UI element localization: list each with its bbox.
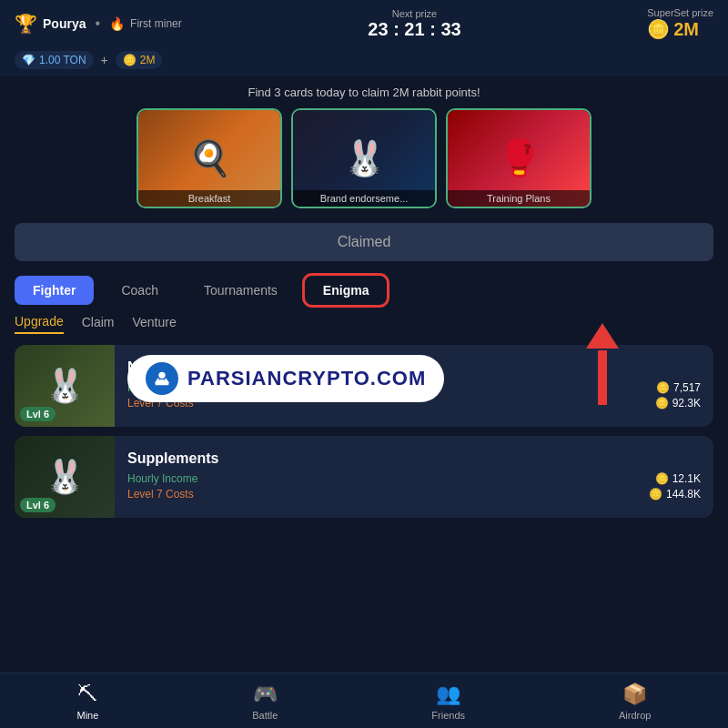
fire-icon: 🔥 xyxy=(109,16,125,31)
ton-badge: 💎 1.00 TON xyxy=(15,51,94,69)
nutrition-level-badge: Lvl 6 xyxy=(20,407,56,421)
daily-cards-row: 🍳 Breakfast 🐰 Brand endorseme... 🥊 Train… xyxy=(0,105,728,217)
nutrition-cost-value: 🪙 92.3K xyxy=(655,397,701,410)
arrow-indicator xyxy=(586,323,619,405)
nav-friends[interactable]: 👥 Friends xyxy=(431,682,465,721)
nav-battle[interactable]: 🎮 Battle xyxy=(252,682,278,721)
next-prize-label: Next prize xyxy=(368,8,460,19)
arrow-shaft xyxy=(598,350,607,405)
nutrition-hourly-value: 🪙 7,517 xyxy=(656,381,701,394)
first-miner-label: First miner xyxy=(130,17,182,30)
nav-mine-label: Mine xyxy=(76,710,98,721)
supplements-hourly-label: Hourly Income xyxy=(127,472,197,485)
friends-icon: 👥 xyxy=(436,682,460,706)
claimed-button[interactable]: Claimed xyxy=(15,223,713,261)
coin-icon: 🪙 xyxy=(647,18,670,40)
supplements-title: Supplements xyxy=(127,450,701,467)
card-training[interactable]: 🥊 Training Plans xyxy=(446,108,592,208)
tab-enigma[interactable]: Enigma xyxy=(305,276,388,305)
list-item[interactable]: 🐰 Lvl 6 Supplements Hourly Income 🪙 12.1… xyxy=(15,436,713,518)
tab-fighter[interactable]: Fighter xyxy=(15,276,94,305)
battle-icon: 🎮 xyxy=(253,682,278,706)
nav-mine[interactable]: ⛏ Mine xyxy=(76,682,98,721)
svg-point-0 xyxy=(158,372,165,379)
ton-icon: 💎 xyxy=(22,54,35,66)
supplements-image: 🐰 Lvl 6 xyxy=(15,436,115,518)
supplements-hourly-value: 🪙 12.1K xyxy=(655,472,701,485)
card-training-label: Training Plans xyxy=(448,190,590,207)
nav-friends-label: Friends xyxy=(431,710,465,721)
card-brand[interactable]: 🐰 Brand endorseme... xyxy=(291,108,437,208)
nav-battle-label: Battle xyxy=(252,710,278,721)
user-info: 🏆 Pourya • 🔥 First miner xyxy=(15,13,182,35)
coin-icon-3: 🪙 xyxy=(656,381,670,394)
arrow-up-icon xyxy=(586,323,619,349)
mine-icon: ⛏ xyxy=(77,682,97,706)
find-cards-banner: Find 3 cards today to claim 2M rabbit po… xyxy=(0,76,728,105)
supplements-cost-value: 🪙 144.8K xyxy=(649,488,701,500)
coin-icon-4: 🪙 xyxy=(655,397,669,410)
coin-badge: 🪙 2M xyxy=(116,51,163,69)
sub-tabs: Upgrade Claim Venture xyxy=(0,314,728,339)
sub-tab-venture[interactable]: Venture xyxy=(132,315,176,333)
coin-icon-2: 🪙 xyxy=(123,54,136,66)
superset-label: SuperSet prize xyxy=(647,7,713,18)
countdown-timer: 23 : 21 : 33 xyxy=(368,19,460,40)
supplements-cost-label: Level 7 Costs xyxy=(127,488,194,500)
tab-coach[interactable]: Coach xyxy=(103,276,176,305)
coin-icon-6: 🪙 xyxy=(649,488,662,500)
nutrition-image: 🐰 Lvl 6 xyxy=(15,345,115,427)
trophy-icon: 🏆 xyxy=(15,13,37,35)
nav-airdrop[interactable]: 📦 Airdrop xyxy=(619,682,651,721)
supplements-hourly-stat: Hourly Income 🪙 12.1K xyxy=(127,472,701,485)
supplements-level-badge: Lvl 6 xyxy=(20,498,56,512)
watermark: PARSIANCRYPTO.COM xyxy=(127,355,444,402)
coin-icon-5: 🪙 xyxy=(655,472,669,485)
airdrop-icon: 📦 xyxy=(622,682,647,706)
category-tabs: Fighter Coach Tournaments Enigma xyxy=(0,267,728,314)
next-prize-section: Next prize 23 : 21 : 33 xyxy=(368,8,460,40)
nav-airdrop-label: Airdrop xyxy=(619,710,651,721)
bottom-nav: ⛏ Mine 🎮 Battle 👥 Friends 📦 Airdrop xyxy=(0,672,728,728)
watermark-logo xyxy=(146,362,178,395)
supplements-info: Supplements Hourly Income 🪙 12.1K Level … xyxy=(115,441,713,512)
watermark-text: PARSIANCRYPTO.COM xyxy=(187,367,426,390)
header: 🏆 Pourya • 🔥 First miner Next prize 23 :… xyxy=(0,0,728,47)
card-brand-label: Brand endorseme... xyxy=(293,190,435,207)
card-breakfast-label: Breakfast xyxy=(138,190,280,207)
header-bottom: 💎 1.00 TON + 🪙 2M xyxy=(0,47,728,76)
supplements-cost-stat: Level 7 Costs 🪙 144.8K xyxy=(127,488,701,500)
username: Pourya xyxy=(43,16,86,31)
sub-tab-claim[interactable]: Claim xyxy=(82,315,115,333)
card-breakfast[interactable]: 🍳 Breakfast xyxy=(136,108,282,208)
tab-tournaments[interactable]: Tournaments xyxy=(186,276,296,305)
sub-tab-upgrade[interactable]: Upgrade xyxy=(15,314,64,334)
superset-prize: 🪙 2M xyxy=(647,18,713,40)
superset-section: SuperSet prize 🪙 2M xyxy=(647,7,713,40)
